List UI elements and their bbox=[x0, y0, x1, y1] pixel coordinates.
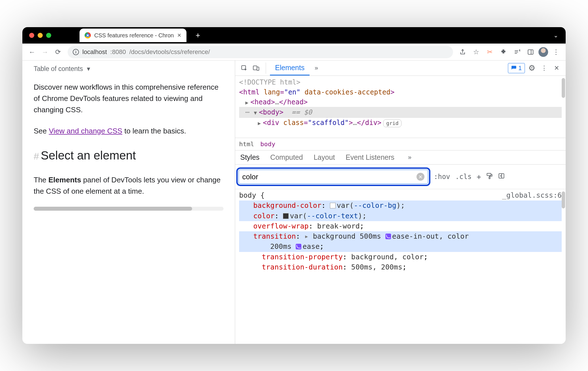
issues-badge[interactable]: 1 bbox=[508, 63, 525, 73]
window-maximize-button[interactable] bbox=[46, 33, 51, 38]
filter-highlight: ✕ bbox=[236, 167, 430, 186]
color-swatch-icon[interactable] bbox=[283, 213, 289, 219]
rule-source-link[interactable]: _global.scss:6 bbox=[502, 190, 562, 200]
rule-selector[interactable]: body { bbox=[239, 190, 265, 200]
browser-window: CSS features reference - Chron ✕ + ⌄ ← →… bbox=[22, 27, 566, 344]
clear-filter-icon[interactable]: ✕ bbox=[417, 173, 424, 181]
styles-filter-row: ✕ :hov .cls + bbox=[235, 165, 566, 189]
svg-rect-3 bbox=[257, 67, 259, 70]
tab-elements[interactable]: Elements bbox=[270, 61, 310, 76]
settings-icon[interactable]: ⚙ bbox=[526, 62, 537, 74]
dom-head[interactable]: ▶<head>…</head> bbox=[239, 97, 562, 107]
styles-rules[interactable]: body { _global.scss:6 background-color: … bbox=[235, 189, 566, 344]
styles-tabbar: Styles Computed Layout Event Listeners » bbox=[235, 150, 566, 165]
url-path: /docs/devtools/css/reference/ bbox=[129, 48, 210, 56]
tabs-dropdown-icon[interactable]: ⌄ bbox=[553, 32, 558, 39]
collapse-icon[interactable]: ▼ bbox=[254, 109, 259, 117]
see-paragraph: See View and change CSS to learn the bas… bbox=[34, 125, 224, 137]
easing-icon[interactable] bbox=[385, 234, 391, 239]
decl-background-color[interactable]: background-color: var(--color-bg); bbox=[239, 200, 562, 211]
toc-label: Table of contents bbox=[34, 64, 83, 74]
window-minimize-button[interactable] bbox=[38, 33, 43, 38]
new-style-rule-icon[interactable]: + bbox=[477, 172, 481, 181]
heading-anchor-icon[interactable]: # bbox=[34, 151, 39, 161]
easing-icon[interactable] bbox=[296, 244, 301, 249]
decl-transition-cont[interactable]: 200ms ease; bbox=[239, 241, 562, 252]
styles-filter-box: ✕ bbox=[239, 170, 428, 184]
intro-paragraph: Discover new workflows in this comprehen… bbox=[34, 81, 224, 116]
devtools-menu-icon[interactable]: ⋮ bbox=[538, 62, 550, 74]
dom-html[interactable]: <html lang="en" data-cookies-accepted> bbox=[239, 87, 562, 97]
computed-sidebar-icon[interactable] bbox=[498, 172, 505, 181]
horizontal-scrollbar[interactable] bbox=[34, 207, 224, 211]
devtools-close-icon[interactable]: ✕ bbox=[551, 62, 562, 74]
bookmark-icon[interactable]: ☆ bbox=[471, 46, 482, 58]
new-tab-button[interactable]: + bbox=[196, 31, 200, 40]
styles-filter-input[interactable] bbox=[242, 172, 417, 181]
cls-toggle[interactable]: .cls bbox=[455, 173, 472, 181]
tab-layout[interactable]: Layout bbox=[312, 150, 336, 164]
inspect-element-icon[interactable] bbox=[239, 62, 250, 74]
expand-icon[interactable]: ▶ bbox=[245, 99, 250, 106]
crumb-body[interactable]: body bbox=[260, 141, 275, 148]
reload-button[interactable]: ⟳ bbox=[52, 46, 64, 58]
decl-transition-property[interactable]: transition-property: background, color; bbox=[239, 252, 562, 262]
forward-button[interactable]: → bbox=[39, 46, 51, 58]
decl-transition-duration[interactable]: transition-duration: 500ms, 200ms; bbox=[239, 262, 562, 272]
url-host: localhost bbox=[82, 48, 107, 56]
chrome-icon bbox=[85, 32, 91, 38]
content-area: Table of contents ▾ Discover new workflo… bbox=[22, 61, 566, 344]
profile-avatar[interactable] bbox=[538, 47, 548, 57]
window-close-button[interactable] bbox=[29, 33, 34, 38]
tab-styles[interactable]: Styles bbox=[239, 150, 261, 164]
paint-icon[interactable] bbox=[486, 172, 493, 181]
device-toggle-icon[interactable] bbox=[250, 62, 262, 74]
dom-breadcrumbs: html body bbox=[235, 138, 566, 150]
decl-color[interactable]: color: var(--color-text); bbox=[239, 211, 562, 221]
issues-icon bbox=[511, 65, 517, 71]
devtools-tabbar: Elements » 1 ⚙ ⋮ ✕ bbox=[235, 61, 566, 76]
tab-title: CSS features reference - Chron bbox=[94, 32, 174, 39]
rendered-page: Table of contents ▾ Discover new workflo… bbox=[22, 61, 235, 344]
decl-overflow-wrap[interactable]: overflow-wrap: break-word; bbox=[239, 221, 562, 231]
dom-tree[interactable]: <!DOCTYPE html> <html lang="en" data-coo… bbox=[235, 76, 566, 138]
back-button[interactable]: ← bbox=[26, 46, 38, 58]
share-icon[interactable] bbox=[457, 46, 468, 58]
tab-computed[interactable]: Computed bbox=[269, 150, 304, 164]
tab-close-icon[interactable]: ✕ bbox=[177, 32, 181, 38]
dom-doctype[interactable]: <!DOCTYPE html> bbox=[239, 77, 562, 87]
extensions-icon[interactable] bbox=[498, 46, 509, 58]
styles-actions: :hov .cls + bbox=[434, 172, 505, 181]
toc-toggle[interactable]: Table of contents ▾ bbox=[34, 61, 224, 81]
crumb-html[interactable]: html bbox=[239, 141, 254, 148]
decl-transition[interactable]: transition: ▸ background 500ms ease-in-o… bbox=[239, 231, 562, 241]
chevron-down-icon: ▾ bbox=[87, 64, 90, 74]
heading-text: Select an element bbox=[41, 149, 136, 162]
dom-scrollbar[interactable] bbox=[562, 78, 565, 98]
grid-badge[interactable]: grid bbox=[383, 119, 402, 127]
media-icon[interactable] bbox=[511, 46, 523, 58]
p3-b: Elements bbox=[48, 176, 81, 184]
window-titlebar: CSS features reference - Chron ✕ + ⌄ bbox=[22, 27, 566, 44]
expand-icon[interactable]: ▶ bbox=[258, 120, 263, 127]
browser-tab[interactable]: CSS features reference - Chron ✕ bbox=[80, 29, 186, 42]
rules-scrollbar[interactable] bbox=[562, 191, 565, 208]
scissors-icon[interactable]: ✂ bbox=[484, 46, 495, 58]
dom-div-scaffold[interactable]: ▶<div class="scaffold">…</div>grid bbox=[239, 118, 562, 128]
color-swatch-icon[interactable] bbox=[330, 203, 336, 208]
sidepanel-icon[interactable] bbox=[525, 46, 536, 58]
styles-tabs-overflow-icon[interactable]: » bbox=[404, 152, 415, 163]
address-bar[interactable]: i localhost:8080/docs/devtools/css/refer… bbox=[68, 46, 453, 58]
overflow-icon: ⋯ bbox=[245, 108, 250, 116]
view-change-css-link[interactable]: View and change CSS bbox=[49, 127, 123, 135]
hov-toggle[interactable]: :hov bbox=[434, 173, 450, 181]
elements-paragraph: The Elements panel of DevTools lets you … bbox=[34, 174, 224, 197]
dom-body-selected[interactable]: ⋯ ▼<body> == $0 bbox=[239, 107, 562, 118]
tabs-overflow-icon[interactable]: » bbox=[311, 62, 322, 74]
browser-menu-icon[interactable]: ⋮ bbox=[550, 46, 562, 58]
select-element-heading: #Select an element bbox=[34, 146, 224, 165]
see-text-b: to learn the basics. bbox=[122, 127, 186, 135]
issues-count: 1 bbox=[518, 64, 522, 72]
site-info-icon[interactable]: i bbox=[73, 49, 79, 55]
tab-event-listeners[interactable]: Event Listeners bbox=[345, 150, 396, 164]
